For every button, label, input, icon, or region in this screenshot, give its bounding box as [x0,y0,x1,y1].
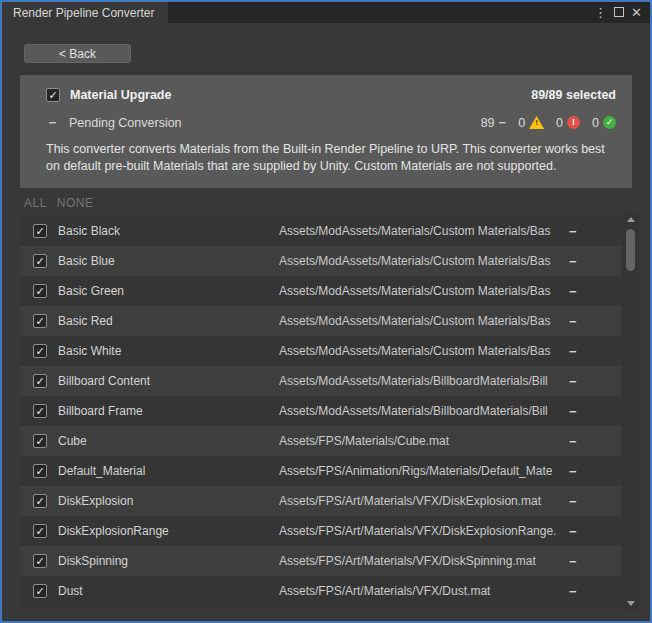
item-name: DiskExplosion [58,494,133,508]
table-row[interactable]: ✓ DiskExplosionRange Assets/FPS/Art/Mate… [20,516,621,546]
table-row[interactable]: ✓ Dust Assets/FPS/Art/Materials/VFX/Dust… [20,576,621,606]
item-path: Assets/FPS/Art/Materials/VFX/DiskSpinnin… [279,554,567,568]
converter-checkbox[interactable]: ✓ [46,88,60,102]
table-row[interactable]: ✓ DiskExplosion Assets/FPS/Art/Materials… [20,486,621,516]
item-status-dash-icon: − [569,464,577,479]
item-checkbox[interactable]: ✓ [33,224,47,238]
error-count-group: 0 ! [556,116,580,130]
item-name: Default_Material [58,464,145,478]
item-path: Assets/FPS/Art/Materials/VFX/Dust.mat [279,584,567,598]
item-status-dash-icon: − [569,224,577,239]
table-row[interactable]: ✓ Cube Assets/FPS/Materials/Cube.mat − [20,426,621,456]
item-path: Assets/ModAssets/Materials/Custom Materi… [279,344,567,358]
item-path: Assets/FPS/Animation/Rigs/Materials/Defa… [279,464,567,478]
item-path: Assets/FPS/Art/Materials/VFX/DiskExplosi… [279,494,567,508]
foldout-dash-icon[interactable]: − [46,115,59,130]
item-checkbox[interactable]: ✓ [33,464,47,478]
pending-conversion-label: Pending Conversion [69,116,182,130]
item-path: Assets/FPS/Art/Materials/VFX/DiskExplosi… [279,524,567,538]
item-name: Dust [58,584,83,598]
materials-list: ✓ Basic Black Assets/ModAssets/Materials… [20,216,621,606]
converter-title: Material Upgrade [70,88,171,102]
item-path: Assets/ModAssets/Materials/Custom Materi… [279,224,567,238]
item-checkbox[interactable]: ✓ [33,404,47,418]
check-icon: ✓ [35,586,44,597]
table-row[interactable]: ✓ Billboard Content Assets/ModAssets/Mat… [20,366,621,396]
pending-count: 89 [481,116,495,130]
check-icon: ✓ [35,436,44,447]
success-count-group: 0 ✓ [592,116,616,130]
item-status-dash-icon: − [569,344,577,359]
converter-description: This converter converts Materials from t… [46,141,612,174]
scroll-down-icon[interactable] [627,601,635,606]
vertical-scrollbar[interactable] [622,212,639,611]
titlebar: Render Pipeline Converter ⋮ ✕ [2,2,650,23]
back-button[interactable]: < Back [24,44,131,63]
item-checkbox[interactable]: ✓ [33,554,47,568]
status-counts: 89 − 0 ! 0 ! 0 ✓ [481,115,616,130]
check-icon: ✓ [35,496,44,507]
item-status-dash-icon: − [569,284,577,299]
item-checkbox[interactable]: ✓ [33,254,47,268]
list-controls: ALL NONE [24,196,94,210]
item-path: Assets/ModAssets/Materials/Custom Materi… [279,284,567,298]
item-checkbox[interactable]: ✓ [33,314,47,328]
item-checkbox[interactable]: ✓ [33,584,47,598]
item-path: Assets/ModAssets/Materials/BillboardMate… [279,374,567,388]
check-icon: ✓ [35,466,44,477]
maximize-icon[interactable] [614,6,624,19]
table-row[interactable]: ✓ Billboard Frame Assets/ModAssets/Mater… [20,396,621,426]
item-name: Basic Green [58,284,124,298]
item-name: DiskExplosionRange [58,524,169,538]
select-all-button[interactable]: ALL [24,196,47,210]
item-status-dash-icon: − [569,404,577,419]
window-title: Render Pipeline Converter [13,6,154,20]
table-row[interactable]: ✓ Basic Black Assets/ModAssets/Materials… [20,216,621,246]
titlebar-icons: ⋮ ✕ [594,2,650,23]
table-row[interactable]: ✓ Basic Red Assets/ModAssets/Materials/C… [20,306,621,336]
check-icon: ✓ [35,406,44,417]
item-path: Assets/ModAssets/Materials/Custom Materi… [279,254,567,268]
tab-render-pipeline-converter[interactable]: Render Pipeline Converter [2,2,168,23]
warning-icon: ! [529,116,544,129]
table-row[interactable]: ✓ Basic Green Assets/ModAssets/Materials… [20,276,621,306]
item-name: Cube [58,434,87,448]
item-checkbox[interactable]: ✓ [33,284,47,298]
check-icon: ✓ [35,286,44,297]
scroll-up-icon[interactable] [627,217,635,222]
check-icon: ✓ [35,526,44,537]
item-checkbox[interactable]: ✓ [33,524,47,538]
select-none-button[interactable]: NONE [57,196,94,210]
success-count: 0 [592,116,599,130]
check-icon: ✓ [35,346,44,357]
table-row[interactable]: ✓ Default_Material Assets/FPS/Animation/… [20,456,621,486]
item-checkbox[interactable]: ✓ [33,494,47,508]
item-name: Basic Blue [58,254,115,268]
converter-header-row: ✓ Material Upgrade 89/89 selected [46,88,616,102]
render-pipeline-converter-window: Render Pipeline Converter ⋮ ✕ < Back ✓ M… [0,0,652,623]
success-icon: ✓ [603,116,616,129]
item-checkbox[interactable]: ✓ [33,344,47,358]
table-row[interactable]: ✓ Basic White Assets/ModAssets/Materials… [20,336,621,366]
check-icon: ✓ [35,316,44,327]
item-path: Assets/FPS/Materials/Cube.mat [279,434,567,448]
check-icon: ✓ [48,90,57,101]
pending-dash-icon: − [499,115,507,130]
pending-conversion-row: − Pending Conversion 89 − 0 ! 0 ! 0 ✓ [46,115,616,130]
warning-count: 0 [518,116,525,130]
item-name: Billboard Frame [58,404,143,418]
table-row[interactable]: ✓ Basic Blue Assets/ModAssets/Materials/… [20,246,621,276]
close-icon[interactable]: ✕ [631,6,642,19]
item-status-dash-icon: − [569,374,577,389]
converter-panel: ✓ Material Upgrade 89/89 selected − Pend… [20,75,632,188]
table-row[interactable]: ✓ DiskSpinning Assets/FPS/Art/Materials/… [20,546,621,576]
check-icon: ✓ [35,556,44,567]
warning-count-group: 0 ! [518,116,544,130]
item-checkbox[interactable]: ✓ [33,374,47,388]
item-checkbox[interactable]: ✓ [33,434,47,448]
scrollbar-thumb[interactable] [626,229,635,271]
item-status-dash-icon: − [569,434,577,449]
maximize-glyph [614,7,624,17]
kebab-menu-icon[interactable]: ⋮ [594,6,607,19]
check-icon: ✓ [35,226,44,237]
